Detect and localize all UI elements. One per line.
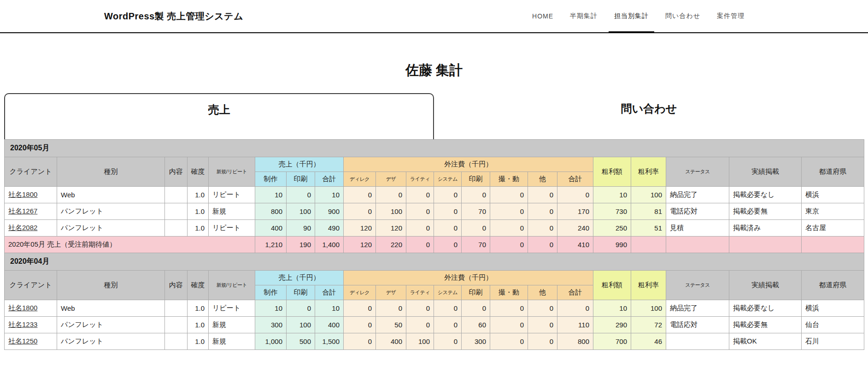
cell-outsource-5: 0 [490, 187, 528, 203]
cell-outsource-7: 170 [557, 203, 593, 220]
cell-confidence: 1.0 [188, 333, 209, 350]
cell-outsource-6: 0 [528, 220, 557, 237]
cell-outsource-7: 0 [557, 300, 593, 317]
cell-gross-rate: 100 [631, 300, 666, 317]
cell-gross-amount: 290 [593, 317, 631, 333]
cell-prefecture: 横浜 [802, 300, 864, 317]
col-subheader-outsource-6: 他 [528, 285, 557, 300]
col-subheader-sales-0: 制作 [255, 172, 287, 187]
cell-client: 社名1800 [5, 187, 57, 203]
nav-item-half-year-summary[interactable]: 半期集計 [562, 0, 606, 32]
cell-outsource-4: 70 [462, 203, 490, 220]
col-subheader-outsource-1: デザ [376, 172, 406, 187]
cell-sales-1: 90 [287, 220, 315, 237]
client-link[interactable]: 社名1233 [8, 320, 37, 328]
cell-status: 電話応対 [666, 203, 729, 220]
cell-status: 見積 [666, 220, 729, 237]
table-row: 社名1267パンフレット1.0新規80010090001000070001707… [5, 203, 864, 220]
cell-outsource-0: 0 [344, 203, 376, 220]
cell-sales-2: 400 [315, 317, 344, 333]
cell-status: 納品完了 [666, 187, 729, 203]
sum-status [666, 237, 729, 253]
cell-new-repeat: 新規 [209, 333, 255, 350]
col-header-type: 種別 [57, 157, 165, 187]
cell-outsource-4: 0 [462, 300, 490, 317]
cell-prefecture: 横浜 [802, 187, 864, 203]
month-label: 2020年04月 [5, 253, 864, 271]
col-subheader-outsource-4: 印刷 [462, 285, 490, 300]
cell-outsource-7: 110 [557, 317, 593, 333]
client-link[interactable]: 社名1267 [8, 207, 37, 215]
cell-content [165, 333, 188, 350]
cell-sales-0: 1,000 [255, 333, 287, 350]
cell-outsource-4: 0 [462, 187, 490, 203]
col-subheader-sales-1: 印刷 [287, 172, 315, 187]
cell-outsource-6: 0 [528, 300, 557, 317]
col-header-content: 内容 [165, 157, 188, 187]
client-link[interactable]: 社名1800 [8, 304, 37, 312]
sum-outsource-6: 0 [528, 237, 557, 253]
cell-client: 社名1233 [5, 317, 57, 333]
sum-outsource-2: 0 [406, 237, 434, 253]
month-label: 2020年05月 [5, 140, 864, 157]
nav-item-by-person-summary[interactable]: 担当別集計 [606, 0, 657, 32]
tab-inquiry[interactable]: 問い合わせ [434, 93, 864, 139]
client-link[interactable]: 社名1250 [8, 337, 37, 345]
table-row: 社名2082パンフレット1.0リピート400904901201200000024… [5, 220, 864, 237]
cell-outsource-4: 60 [462, 317, 490, 333]
cell-outsource-2: 100 [406, 333, 434, 350]
cell-outsource-2: 0 [406, 187, 434, 203]
cell-outsource-3: 0 [434, 187, 462, 203]
tab-bar: 売上 問い合わせ [4, 93, 864, 139]
cell-publish: 掲載済み [729, 220, 802, 237]
table-group-header-row: クライアント種別内容確度新規/リピート売上（千円）外注費（千円）粗利額粗利率ステ… [5, 271, 864, 285]
col-header-sales-group: 売上（千円） [255, 271, 344, 285]
col-header-publish: 実績掲載 [729, 157, 802, 187]
nav-item-project-management[interactable]: 案件管理 [709, 0, 753, 32]
tab-sales[interactable]: 売上 [4, 93, 434, 139]
nav-item-home[interactable]: HOME [524, 0, 562, 32]
client-link[interactable]: 社名2082 [8, 224, 37, 231]
cell-outsource-1: 120 [376, 220, 406, 237]
cell-outsource-0: 0 [344, 187, 376, 203]
table-row: 社名1800Web1.0リピート100100000000010100納品完了掲載… [5, 300, 864, 317]
cell-outsource-2: 0 [406, 300, 434, 317]
cell-sales-1: 500 [287, 333, 315, 350]
cell-type: パンフレット [57, 333, 165, 350]
col-subheader-sales-1: 印刷 [287, 285, 315, 300]
sum-outsource-0: 120 [344, 237, 376, 253]
cell-outsource-1: 50 [376, 317, 406, 333]
sales-table: 2020年05月クライアント種別内容確度新規/リピート売上（千円）外注費（千円）… [4, 139, 864, 350]
cell-outsource-0: 0 [344, 333, 376, 350]
col-subheader-outsource-6: 他 [528, 172, 557, 187]
col-subheader-outsource-5: 撮・動 [490, 172, 528, 187]
month-band: 2020年04月 [5, 253, 864, 271]
col-header-publish: 実績掲載 [729, 271, 802, 300]
cell-outsource-0: 0 [344, 317, 376, 333]
cell-outsource-3: 0 [434, 220, 462, 237]
cell-new-repeat: 新規 [209, 203, 255, 220]
cell-outsource-3: 0 [434, 203, 462, 220]
cell-outsource-6: 0 [528, 333, 557, 350]
cell-sales-0: 400 [255, 220, 287, 237]
col-subheader-outsource-3: システム [434, 285, 462, 300]
cell-confidence: 1.0 [188, 220, 209, 237]
col-subheader-outsource-2: ライティ [406, 285, 434, 300]
cell-gross-amount: 10 [593, 187, 631, 203]
col-header-sales-group: 売上（千円） [255, 157, 344, 172]
client-link[interactable]: 社名1800 [8, 190, 37, 198]
col-subheader-outsource-0: ディレク [344, 285, 376, 300]
cell-sales-0: 10 [255, 187, 287, 203]
cell-outsource-5: 0 [490, 220, 528, 237]
nav-item-inquiry[interactable]: 問い合わせ [657, 0, 709, 32]
col-header-client: クライアント [5, 271, 57, 300]
cell-outsource-5: 0 [490, 333, 528, 350]
page-title: 佐藤 集計 [0, 60, 868, 80]
cell-content [165, 300, 188, 317]
cell-prefecture: 仙台 [802, 317, 864, 333]
cell-sales-0: 800 [255, 203, 287, 220]
cell-sales-2: 10 [315, 300, 344, 317]
cell-gross-rate: 46 [631, 333, 666, 350]
col-subheader-sales-2: 合計 [315, 172, 344, 187]
cell-client: 社名1250 [5, 333, 57, 350]
